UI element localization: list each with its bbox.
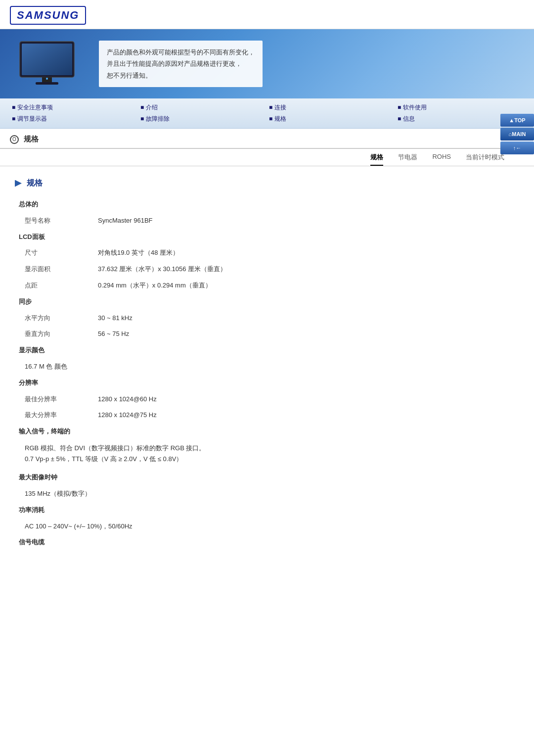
row-signal-cable-heading: 信号电缆 [15, 534, 519, 551]
spec-table: 总体的 型号名称 SyncMaster 961BF LCD面板 尺寸 对角线19… [15, 196, 519, 551]
row-display-color-value: 16.7 M 色 颜色 [15, 359, 519, 375]
sync-category-label: 同步 [15, 294, 519, 310]
banner: 产品的颜色和外观可能根据型号的不同面有所变化， 并且出于性能提高的原因对产品规格… [0, 29, 534, 98]
display-area-value: 37.632 厘米（水平）x 30.1056 厘米（垂直） [94, 261, 519, 278]
tab-rohs[interactable]: ROHS [432, 153, 451, 166]
main-icon: ⌂ [509, 131, 512, 137]
back-button[interactable]: ↑ ← [500, 142, 534, 154]
tab-spec[interactable]: 规格 [370, 153, 383, 166]
max-clock-value: 135 MHz（模拟/数字） [15, 486, 519, 502]
nav-troubleshoot[interactable]: 故障排除 [138, 114, 267, 124]
tab-power-saver[interactable]: 节电器 [398, 153, 417, 166]
vertical-value: 56 ~ 75 Hz [94, 326, 519, 342]
optimal-res-value: 1280 x 1024@60 Hz [94, 391, 519, 408]
horizontal-value: 30 ~ 81 kHz [94, 310, 519, 327]
model-value: SyncMaster 961BF [94, 213, 519, 229]
row-size: 尺寸 对角线19.0 英寸（48 厘米） [15, 245, 519, 261]
notice-line2: 并且出于性能提高的原因对产品规格进行更改， [107, 60, 242, 67]
content-area: 规格 总体的 型号名称 SyncMaster 961BF LCD面板 尺寸 对角… [0, 166, 534, 559]
svg-rect-4 [36, 82, 58, 85]
max-res-value: 1280 x 1024@75 Hz [94, 407, 519, 424]
nav-col-2: 介绍 故障排除 [138, 102, 267, 124]
row-general-heading: 总体的 [15, 196, 519, 213]
lcd-category-label: LCD面板 [15, 229, 519, 245]
main-label: MAIN [512, 131, 526, 137]
back-label: ← [516, 145, 521, 151]
tab-timer[interactable]: 当前计时模式 [466, 153, 504, 166]
nav-connect[interactable]: 连接 [267, 102, 396, 113]
max-clock-heading: 最大图像时钟 [15, 470, 519, 486]
dot-pitch-label: 点距 [15, 278, 94, 294]
svg-rect-2 [22, 44, 72, 75]
optimal-res-label: 最佳分辨率 [15, 391, 94, 408]
header: SAMSUNG [0, 0, 534, 29]
display-area-label: 显示面积 [15, 261, 94, 278]
nav-col-1: 安全注意事项 调节显示器 [10, 102, 138, 124]
size-label: 尺寸 [15, 245, 94, 261]
display-color-heading: 显示颜色 [15, 342, 519, 359]
main-button[interactable]: ⌂ MAIN [500, 128, 534, 141]
spec-heading: 规格 [15, 178, 519, 189]
resolution-category-label: 分辨率 [15, 375, 519, 391]
horizontal-label: 水平方向 [15, 310, 94, 327]
samsung-logo: SAMSUNG [10, 6, 86, 25]
row-resolution-heading: 分辨率 [15, 375, 519, 391]
spec-section-title: 规格 [27, 178, 43, 189]
row-horizontal: 水平方向 30 ~ 81 kHz [15, 310, 519, 327]
nav-bar: 安全注意事项 调节显示器 介绍 故障排除 连接 规格 软件使用 信息 [0, 98, 534, 129]
section-header: O 规格 [0, 129, 534, 149]
vertical-label: 垂直方向 [15, 326, 94, 342]
row-max-clock-heading: 最大图像时钟 [15, 470, 519, 486]
size-value: 对角线19.0 英寸（48 厘米） [94, 245, 519, 261]
row-input-signal-heading: 输入信号，终端的 [15, 424, 519, 440]
model-label: 型号名称 [15, 213, 94, 229]
row-power-value: AC 100 – 240V~ (+/– 10%)，50/60Hz [15, 519, 519, 535]
row-max-clock-value: 135 MHz（模拟/数字） [15, 486, 519, 502]
top-button[interactable]: ▲ TOP [500, 114, 534, 127]
notice-line1: 产品的颜色和外观可能根据型号的不同面有所变化， [107, 48, 255, 56]
row-max-res: 最大分辨率 1280 x 1024@75 Hz [15, 407, 519, 424]
row-display-color-heading: 显示颜色 [15, 342, 519, 359]
svg-point-5 [46, 78, 48, 80]
section-circle-icon: O [10, 135, 19, 144]
banner-notice: 产品的颜色和外观可能根据型号的不同面有所变化， 并且出于性能提高的原因对产品规格… [99, 41, 263, 87]
arrow-up-icon: ▲ [509, 117, 514, 123]
spec-arrow-icon [15, 180, 22, 187]
dot-pitch-value: 0.294 mm（水平）x 0.294 mm（垂直） [94, 278, 519, 294]
row-vertical: 垂直方向 56 ~ 75 Hz [15, 326, 519, 342]
side-buttons-container: ▲ TOP ⌂ MAIN ↑ ← [500, 114, 534, 154]
row-power-heading: 功率消耗 [15, 502, 519, 519]
notice-line3: 恕不另行通知。 [107, 72, 152, 79]
monitor-image [15, 39, 84, 89]
general-category-label: 总体的 [15, 196, 519, 213]
row-dot-pitch: 点距 0.294 mm（水平）x 0.294 mm（垂直） [15, 278, 519, 294]
nav-spec[interactable]: 规格 [267, 114, 396, 124]
signal-cable-heading: 信号电缆 [15, 534, 519, 551]
row-input-signal-value: RGB 模拟、符合 DVI（数字视频接口）标准的数字 RGB 接口。 0.7 V… [15, 440, 519, 470]
row-display-area: 显示面积 37.632 厘米（水平）x 30.1056 厘米（垂直） [15, 261, 519, 278]
nav-col-3: 连接 规格 [267, 102, 396, 124]
page-title: 规格 [24, 135, 39, 144]
input-signal-heading: 输入信号，终端的 [15, 424, 519, 440]
nav-software[interactable]: 软件使用 [396, 102, 524, 113]
max-res-label: 最大分辨率 [15, 407, 94, 424]
input-signal-value: RGB 模拟、符合 DVI（数字视频接口）标准的数字 RGB 接口。 0.7 V… [15, 440, 519, 470]
display-color-value: 16.7 M 色 颜色 [15, 359, 519, 375]
nav-adjust-display[interactable]: 调节显示器 [10, 114, 138, 124]
row-model: 型号名称 SyncMaster 961BF [15, 213, 519, 229]
nav-safety[interactable]: 安全注意事项 [10, 102, 138, 113]
row-sync-heading: 同步 [15, 294, 519, 310]
power-value: AC 100 – 240V~ (+/– 10%)，50/60Hz [15, 519, 519, 535]
nav-intro[interactable]: 介绍 [138, 102, 267, 113]
power-heading: 功率消耗 [15, 502, 519, 519]
tab-row: 规格 节电器 ROHS 当前计时模式 [0, 149, 534, 166]
top-label: TOP [514, 117, 525, 123]
row-lcd-heading: LCD面板 [15, 229, 519, 245]
row-optimal-res: 最佳分辨率 1280 x 1024@60 Hz [15, 391, 519, 408]
